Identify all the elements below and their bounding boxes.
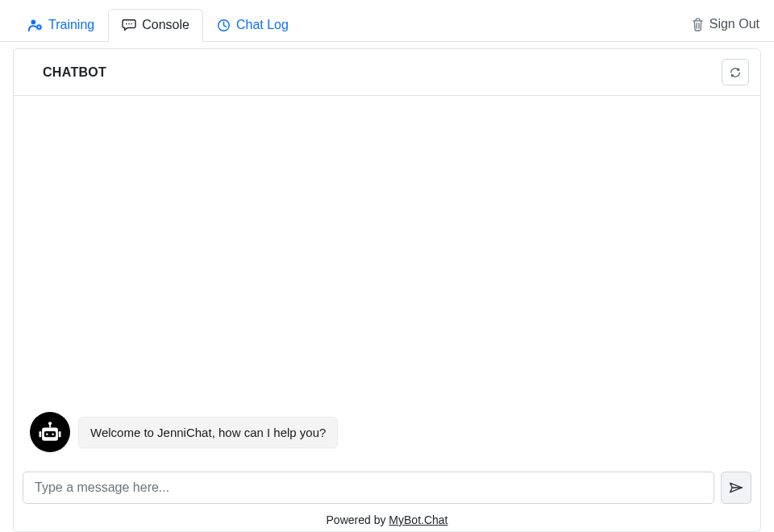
sync-icon — [729, 66, 742, 79]
user-gear-icon — [28, 19, 43, 31]
chat-panel: CHATBOT Wel — [13, 48, 761, 532]
tab-chatlog[interactable]: Chat Log — [203, 9, 302, 42]
chat-messages-area: Welcome to JenniChat, how can I help you… — [14, 96, 760, 465]
tab-chatlog-label: Chat Log — [236, 18, 289, 32]
input-row — [14, 465, 760, 510]
chat-icon — [122, 19, 136, 31]
svg-line-7 — [40, 28, 41, 29]
top-nav: Training Console Chat Log Sign Out — [0, 0, 774, 42]
signout-button[interactable]: Sign Out — [692, 17, 759, 41]
svg-point-10 — [126, 23, 127, 25]
tab-list: Training Console Chat Log — [15, 0, 302, 41]
svg-line-9 — [40, 25, 41, 26]
svg-rect-21 — [59, 431, 61, 437]
svg-point-18 — [46, 433, 48, 435]
tab-console[interactable]: Console — [108, 9, 203, 42]
trash-icon — [692, 18, 704, 31]
svg-line-8 — [37, 28, 38, 29]
message-input[interactable] — [23, 472, 714, 504]
footer-link[interactable]: MyBot.Chat — [389, 513, 447, 526]
tab-training-label: Training — [48, 18, 94, 32]
svg-line-6 — [37, 25, 38, 26]
signout-label: Sign Out — [710, 17, 759, 31]
send-button[interactable] — [721, 472, 751, 504]
svg-point-11 — [128, 23, 130, 25]
send-icon — [729, 481, 743, 494]
refresh-button[interactable] — [722, 59, 749, 85]
tab-training[interactable]: Training — [15, 9, 108, 42]
robot-icon — [35, 418, 64, 447]
bot-message-row: Welcome to JenniChat, how can I help you… — [30, 412, 338, 452]
footer-prefix: Powered by — [327, 513, 389, 526]
panel-title: CHATBOT — [43, 65, 106, 80]
bot-avatar — [30, 412, 70, 452]
svg-point-12 — [131, 23, 133, 25]
svg-rect-20 — [40, 431, 42, 437]
svg-rect-17 — [44, 431, 56, 437]
panel-header: CHATBOT — [14, 49, 760, 96]
svg-point-14 — [48, 422, 52, 425]
bot-message-bubble: Welcome to JenniChat, how can I help you… — [78, 417, 338, 448]
clock-icon — [217, 19, 231, 32]
svg-point-19 — [52, 433, 54, 435]
footer: Powered by MyBot.Chat — [14, 510, 760, 531]
tab-console-label: Console — [142, 18, 189, 32]
svg-point-0 — [31, 20, 35, 25]
